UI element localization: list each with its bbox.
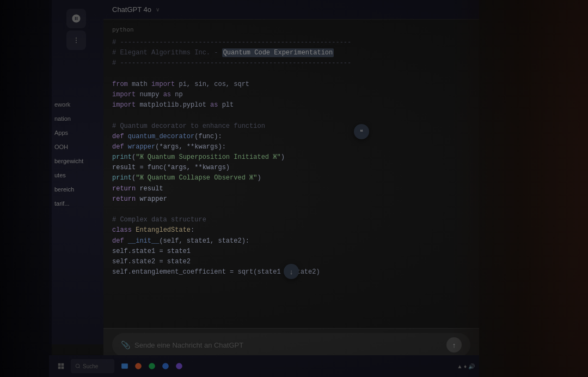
taskbar-icon-2[interactable]	[132, 360, 144, 372]
send-icon: ↑	[452, 341, 456, 349]
taskbar-icon-5[interactable]	[173, 360, 185, 372]
svg-rect-3	[58, 363, 61, 366]
svg-line-8	[79, 367, 80, 368]
attach-icon[interactable]: 📎	[121, 341, 130, 349]
sidebar-menu: ework nation Apps OOH bergewicht utes be…	[49, 98, 103, 210]
code-line-blank3	[112, 205, 470, 215]
taskbar: Suche ▲ ♦ 🔊	[49, 355, 479, 377]
title-bar: ChatGPT 4o ∨	[103, 0, 479, 20]
start-button[interactable]	[53, 359, 69, 374]
code-selection: Quantum Code Experimentation	[222, 48, 334, 57]
code-container: python # -------------------------------…	[103, 20, 479, 344]
taskbar-icon-3[interactable]	[146, 360, 158, 372]
quote-icon: ❝	[360, 128, 363, 135]
code-line-state1: self.state1 = state1	[112, 246, 470, 257]
sidebar-top	[49, 4, 103, 54]
code-line-result: result = func(*args, **kwargs)	[112, 163, 470, 173]
code-line-imports2: import numpy as np	[112, 90, 470, 100]
taskbar-search[interactable]: Suche	[71, 359, 114, 373]
code-line-comment2: # Quantum decorator to enhance function	[112, 121, 470, 132]
taskbar-search-label: Suche	[83, 363, 98, 369]
code-line-init: def __init__(self, state1, state2):	[112, 236, 470, 246]
code-line-imports3: import matplotlib.pyplot as plt	[112, 100, 470, 110]
code-line-return1: return result	[112, 184, 470, 194]
svg-point-7	[76, 364, 79, 368]
code-line-imports1: from math import pi, sin, cos, sqrt	[112, 79, 470, 90]
sidebar-chatgpt-icon[interactable]	[66, 9, 86, 28]
sidebar-item-ooh[interactable]: OOH	[52, 140, 100, 153]
sidebar-item-nation[interactable]: nation	[52, 112, 100, 125]
sidebar: ework nation Apps OOH bergewicht utes be…	[49, 0, 103, 344]
message-input-box[interactable]: 📎 Sende eine Nachricht an ChatGPT ↑	[112, 333, 470, 357]
svg-point-0	[76, 38, 77, 39]
sidebar-item-bergewicht[interactable]: bergewicht	[52, 154, 100, 168]
taskbar-right: ▲ ♦ 🔊	[457, 363, 475, 369]
svg-point-1	[76, 40, 77, 41]
quote-button[interactable]: ❝	[354, 124, 369, 139]
svg-point-12	[162, 363, 169, 369]
code-language-label: python	[112, 26, 470, 33]
code-line-blank2	[112, 110, 470, 121]
taskbar-icon-1[interactable]	[119, 360, 131, 372]
code-block: # --------------------------------------…	[112, 38, 470, 277]
code-line-print1: print("Ж Quantum Superposition Initiated…	[112, 152, 470, 163]
sidebar-item-apps[interactable]: Apps	[52, 126, 100, 139]
code-line-blank1	[112, 69, 470, 79]
svg-point-10	[135, 363, 142, 369]
app-title: ChatGPT 4o	[112, 5, 151, 14]
sidebar-item-ework[interactable]: ework	[52, 98, 100, 111]
svg-point-13	[176, 363, 182, 369]
code-line-def1: def quantum_decorator(func):	[112, 132, 470, 142]
svg-point-2	[76, 42, 77, 43]
chat-area: ChatGPT 4o ∨ python # ------------------…	[103, 0, 479, 344]
code-line-return2: return wrapper	[112, 194, 470, 205]
title-chevron[interactable]: ∨	[156, 7, 160, 13]
svg-rect-5	[58, 367, 61, 369]
code-line-3: # --------------------------------------…	[112, 58, 470, 69]
code-line-comment3: # Complex data structure	[112, 215, 470, 225]
code-line-class: class EntangledState:	[112, 225, 470, 236]
taskbar-system-tray: ▲ ♦ 🔊	[457, 363, 475, 369]
taskbar-pinned-icons	[119, 360, 185, 372]
send-button[interactable]: ↑	[446, 337, 462, 353]
code-line-print2: print("Ж Quantum Collapse Observed Ж")	[112, 173, 470, 183]
sidebar-menu-icon[interactable]	[66, 30, 86, 50]
scroll-down-button[interactable]: ↓	[284, 264, 299, 279]
taskbar-icon-4[interactable]	[160, 360, 171, 372]
message-input[interactable]: Sende eine Nachricht an ChatGPT	[134, 341, 442, 349]
scroll-down-icon: ↓	[290, 268, 293, 276]
sidebar-item-bereich[interactable]: bereich	[52, 183, 100, 196]
svg-rect-9	[121, 363, 128, 368]
svg-rect-6	[62, 367, 64, 369]
svg-rect-4	[62, 363, 64, 366]
code-line-def2: def wrapper(*args, **kwargs):	[112, 142, 470, 152]
sidebar-item-utes[interactable]: utes	[52, 169, 100, 182]
code-line-2: # Elegant Algorithms Inc. - Quantum Code…	[112, 48, 470, 58]
sidebar-item-tarif[interactable]: tarif...	[52, 197, 100, 210]
code-line-1: # --------------------------------------…	[112, 38, 470, 48]
svg-point-11	[149, 363, 155, 369]
